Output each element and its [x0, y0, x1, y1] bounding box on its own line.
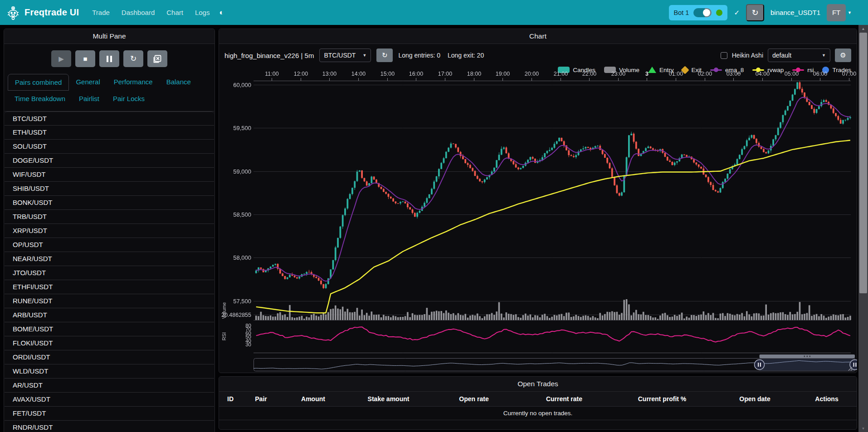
pair-item-doge-usdt[interactable]: DOGE/USDT: [5, 154, 214, 168]
sidebar-tabs: Pairs combinedGeneralPerformanceBalance …: [4, 71, 215, 107]
check-icon: ✓: [734, 9, 740, 17]
tab-pairs-combined[interactable]: Pairs combined: [8, 74, 69, 91]
pair-item-rndr-usdt[interactable]: RNDR/USDT: [5, 421, 214, 432]
pair-item-xrp-usdt[interactable]: XRP/USDT: [5, 224, 214, 238]
open-trades-panel: Open Trades IDPairAmountStake amountOpen…: [219, 376, 857, 430]
plot-config-value: default: [772, 52, 817, 59]
avatar-caret-icon[interactable]: ▼: [848, 10, 852, 15]
stop-button[interactable]: ■: [75, 50, 95, 67]
pair-item-btc-usdt[interactable]: BTC/USDT: [5, 112, 214, 126]
no-trades-message: Currently no open trades.: [219, 407, 857, 420]
account-name: binance_USDT1: [770, 9, 820, 16]
play-button[interactable]: ▶: [51, 50, 71, 67]
chart-x-icon: [153, 54, 162, 63]
col-amount: Amount: [280, 392, 346, 407]
col-current-rate: Current rate: [517, 392, 611, 407]
chart-refresh-button[interactable]: ↻: [376, 49, 393, 62]
tab-balance[interactable]: Balance: [160, 74, 198, 91]
pair-item-op-usdt[interactable]: OP/USDT: [5, 238, 214, 252]
reload-icon: ↻: [130, 54, 137, 63]
pair-item-ordi-usdt[interactable]: ORDI/USDT: [5, 350, 214, 364]
refresh-icon: ↻: [751, 8, 758, 18]
pair-item-jto-usdt[interactable]: JTO/USDT: [5, 266, 214, 280]
plot-config-caret-icon: ▼: [822, 53, 826, 58]
pair-item-wif-usdt[interactable]: WIF/USDT: [5, 168, 214, 182]
pair-item-bome-usdt[interactable]: BOME/USDT: [5, 322, 214, 336]
plot-settings-button[interactable]: ⚙: [835, 49, 851, 62]
pair-item-fet-usdt[interactable]: FET/USDT: [5, 407, 214, 421]
top-navbar: Freqtrade UI TradeDashboardChartLogs ◐ B…: [0, 0, 868, 25]
scrollbar-up-icon[interactable]: ▲: [858, 25, 868, 32]
stop-icon: ■: [83, 55, 87, 63]
pause-button[interactable]: [99, 50, 119, 67]
page-scrollbar[interactable]: ▲ ▼: [858, 25, 868, 432]
chart-toolbar: high_frog_binance_v226 | 5m BTC/USDT ▼ ↻…: [219, 44, 857, 64]
gear-icon: ⚙: [840, 51, 846, 59]
tab-performance[interactable]: Performance: [107, 74, 160, 91]
col-actions: Actions: [797, 392, 857, 407]
pair-item-ethfi-usdt[interactable]: ETHFI/USDT: [5, 280, 214, 294]
reload-config-button[interactable]: ↻: [123, 50, 143, 67]
nav-item-trade[interactable]: Trade: [87, 5, 115, 20]
pair-item-bonk-usdt[interactable]: BONK/USDT: [5, 196, 214, 210]
pair-item-eth-usdt[interactable]: ETH/USDT: [5, 126, 214, 140]
col-current-profit-: Current profit %: [611, 392, 713, 407]
pair-item-arb-usdt[interactable]: ARB/USDT: [5, 308, 214, 322]
strategy-name: high_frog_binance_v226 | 5m: [224, 52, 314, 59]
clear-chart-button[interactable]: [147, 50, 167, 67]
pair-item-floki-usdt[interactable]: FLOKI/USDT: [5, 336, 214, 350]
bot-controls: ▶ ■ ↻: [4, 44, 215, 71]
nav-menu: TradeDashboardChartLogs: [87, 5, 215, 20]
plot-config-select[interactable]: default ▼: [768, 49, 830, 62]
bot-name: Bot 1: [674, 9, 689, 16]
bot-online-dot: [716, 10, 722, 16]
global-refresh-button[interactable]: ↻: [746, 4, 764, 21]
nav-item-chart[interactable]: Chart: [161, 5, 188, 20]
pair-item-shib-usdt[interactable]: SHIB/USDT: [5, 182, 214, 196]
col-id: ID: [219, 392, 242, 407]
pairs-list: BTC/USDTETH/USDTSOL/USDTDOGE/USDTWIF/USD…: [5, 111, 214, 432]
tabs-row-2: Time BreakdownPairlistPair Locks: [8, 91, 211, 107]
user-avatar[interactable]: FT: [827, 4, 846, 21]
tab-pair-locks[interactable]: Pair Locks: [106, 91, 151, 107]
pair-item-sol-usdt[interactable]: SOL/USDT: [5, 140, 214, 154]
chart-panel: Chart high_frog_binance_v226 | 5m BTC/US…: [219, 29, 857, 373]
pair-item-rune-usdt[interactable]: RUNE/USDT: [5, 294, 214, 308]
tab-general[interactable]: General: [69, 74, 107, 91]
long-exits-count: Long exit: 20: [448, 52, 484, 59]
nav-item-dashboard[interactable]: Dashboard: [117, 5, 160, 20]
heikin-ashi-label: Heikin Ashi: [732, 52, 763, 59]
col-stake-amount: Stake amount: [346, 392, 431, 407]
scrollbar-down-icon[interactable]: ▼: [858, 425, 868, 432]
bot-selector-badge[interactable]: Bot 1: [669, 5, 728, 20]
tab-pairlist[interactable]: Pairlist: [72, 91, 106, 107]
pair-item-avax-usdt[interactable]: AVAX/USDT: [5, 393, 214, 407]
pair-select-value: BTC/USDT: [324, 52, 358, 59]
chart-panel-title: Chart: [219, 29, 857, 44]
open-trades-header-row: IDPairAmountStake amountOpen rateCurrent…: [219, 392, 857, 407]
heikin-ashi-checkbox[interactable]: [721, 52, 727, 59]
open-trades-table: IDPairAmountStake amountOpen rateCurrent…: [219, 392, 857, 420]
nav-item-logs[interactable]: Logs: [190, 5, 215, 20]
bot-toggle-switch[interactable]: [693, 8, 712, 17]
open-trades-empty-row: Currently no open trades.: [219, 407, 857, 420]
theme-toggle-icon[interactable]: ◐: [215, 5, 228, 20]
open-trades-title: Open Trades: [219, 377, 857, 392]
multi-pane-panel: Multi Pane ▶ ■ ↻ Pairs combinedGeneralPe…: [4, 29, 215, 432]
pair-item-ar-usdt[interactable]: AR/USDT: [5, 379, 214, 393]
app-title: Freqtrade UI: [24, 7, 79, 18]
pair-item-near-usdt[interactable]: NEAR/USDT: [5, 252, 214, 266]
scrollbar-thumb[interactable]: [859, 33, 867, 293]
pause-icon: [107, 56, 112, 62]
freqtrade-robot-logo-icon: [6, 5, 20, 20]
col-pair: Pair: [242, 392, 280, 407]
pair-item-trb-usdt[interactable]: TRB/USDT: [5, 210, 214, 224]
tabs-row-1: Pairs combinedGeneralPerformanceBalance: [8, 74, 211, 91]
col-open-rate: Open rate: [431, 392, 517, 407]
pair-select[interactable]: BTC/USDT ▼: [319, 49, 371, 62]
tab-time-breakdown[interactable]: Time Breakdown: [8, 91, 72, 107]
col-open-date: Open date: [713, 392, 797, 407]
pair-item-wld-usdt[interactable]: WLD/USDT: [5, 364, 214, 379]
price-chart-canvas[interactable]: [219, 68, 857, 374]
chart-refresh-icon: ↻: [382, 51, 388, 59]
